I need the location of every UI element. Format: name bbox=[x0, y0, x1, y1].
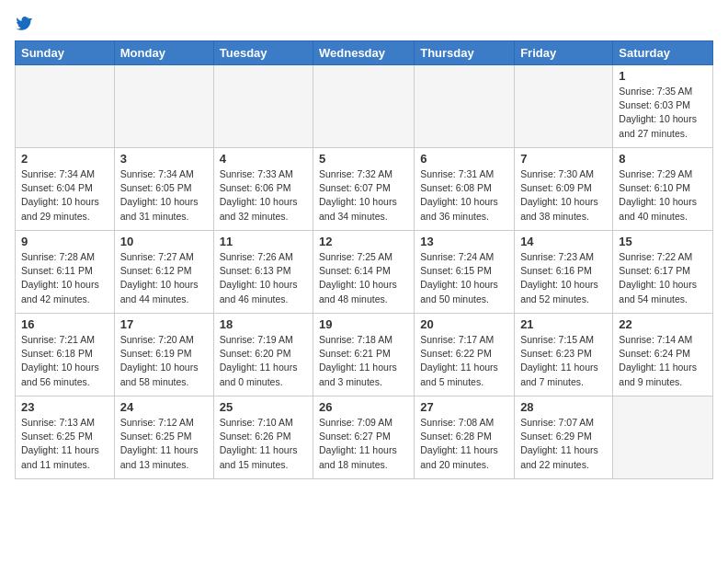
calendar-cell bbox=[313, 65, 415, 148]
calendar-cell: 3Sunrise: 7:34 AM Sunset: 6:05 PM Daylig… bbox=[114, 148, 213, 231]
calendar-cell: 1Sunrise: 7:35 AM Sunset: 6:03 PM Daylig… bbox=[613, 65, 713, 148]
day-info: Sunrise: 7:10 AM Sunset: 6:26 PM Dayligh… bbox=[220, 416, 307, 472]
calendar-cell: 23Sunrise: 7:13 AM Sunset: 6:25 PM Dayli… bbox=[16, 396, 115, 479]
day-number: 25 bbox=[220, 400, 307, 414]
calendar-cell: 5Sunrise: 7:32 AM Sunset: 6:07 PM Daylig… bbox=[313, 148, 415, 231]
day-number: 16 bbox=[21, 317, 108, 331]
day-info: Sunrise: 7:29 AM Sunset: 6:10 PM Dayligh… bbox=[619, 167, 707, 224]
day-number: 2 bbox=[21, 152, 108, 166]
day-info: Sunrise: 7:08 AM Sunset: 6:28 PM Dayligh… bbox=[420, 416, 508, 472]
calendar-body: 1Sunrise: 7:35 AM Sunset: 6:03 PM Daylig… bbox=[16, 65, 713, 479]
calendar-cell: 8Sunrise: 7:29 AM Sunset: 6:10 PM Daylig… bbox=[613, 148, 713, 231]
day-info: Sunrise: 7:33 AM Sunset: 6:06 PM Dayligh… bbox=[220, 167, 307, 224]
day-number: 10 bbox=[120, 235, 208, 248]
day-number: 3 bbox=[120, 152, 208, 166]
day-number: 28 bbox=[520, 400, 607, 414]
calendar-cell: 9Sunrise: 7:28 AM Sunset: 6:11 PM Daylig… bbox=[16, 231, 115, 314]
weekday-header-friday: Friday bbox=[515, 41, 613, 65]
calendar-cell: 25Sunrise: 7:10 AM Sunset: 6:26 PM Dayli… bbox=[213, 396, 313, 479]
calendar-table: SundayMondayTuesdayWednesdayThursdayFrid… bbox=[15, 40, 713, 479]
day-number: 14 bbox=[520, 235, 607, 248]
day-info: Sunrise: 7:35 AM Sunset: 6:03 PM Dayligh… bbox=[619, 85, 707, 141]
day-info: Sunrise: 7:14 AM Sunset: 6:24 PM Dayligh… bbox=[619, 333, 707, 389]
calendar-week-4: 16Sunrise: 7:21 AM Sunset: 6:18 PM Dayli… bbox=[16, 314, 713, 396]
calendar-cell bbox=[16, 65, 115, 148]
calendar-week-5: 23Sunrise: 7:13 AM Sunset: 6:25 PM Dayli… bbox=[16, 396, 713, 479]
day-info: Sunrise: 7:28 AM Sunset: 6:11 PM Dayligh… bbox=[21, 250, 108, 306]
day-info: Sunrise: 7:24 AM Sunset: 6:15 PM Dayligh… bbox=[420, 250, 508, 306]
calendar-cell: 15Sunrise: 7:22 AM Sunset: 6:17 PM Dayli… bbox=[613, 231, 713, 314]
calendar-week-1: 1Sunrise: 7:35 AM Sunset: 6:03 PM Daylig… bbox=[16, 65, 713, 148]
day-number: 1 bbox=[619, 69, 707, 83]
day-number: 20 bbox=[420, 317, 508, 331]
calendar-cell: 22Sunrise: 7:14 AM Sunset: 6:24 PM Dayli… bbox=[613, 314, 713, 396]
calendar-cell bbox=[213, 65, 313, 148]
calendar-cell: 26Sunrise: 7:09 AM Sunset: 6:27 PM Dayli… bbox=[313, 396, 415, 479]
day-info: Sunrise: 7:26 AM Sunset: 6:13 PM Dayligh… bbox=[220, 250, 307, 306]
day-number: 5 bbox=[319, 152, 408, 166]
day-info: Sunrise: 7:18 AM Sunset: 6:21 PM Dayligh… bbox=[319, 333, 408, 389]
weekday-header-sunday: Sunday bbox=[16, 41, 115, 65]
calendar-week-3: 9Sunrise: 7:28 AM Sunset: 6:11 PM Daylig… bbox=[16, 231, 713, 314]
weekday-header-row: SundayMondayTuesdayWednesdayThursdayFrid… bbox=[16, 41, 713, 65]
weekday-header-saturday: Saturday bbox=[613, 41, 713, 65]
calendar-cell: 12Sunrise: 7:25 AM Sunset: 6:14 PM Dayli… bbox=[313, 231, 415, 314]
calendar-cell: 18Sunrise: 7:19 AM Sunset: 6:20 PM Dayli… bbox=[213, 314, 313, 396]
day-number: 13 bbox=[420, 235, 508, 248]
day-info: Sunrise: 7:25 AM Sunset: 6:14 PM Dayligh… bbox=[319, 250, 408, 306]
day-number: 7 bbox=[520, 152, 607, 166]
day-number: 11 bbox=[220, 235, 307, 248]
calendar-cell: 10Sunrise: 7:27 AM Sunset: 6:12 PM Dayli… bbox=[114, 231, 213, 314]
day-number: 21 bbox=[520, 317, 607, 331]
calendar-cell: 7Sunrise: 7:30 AM Sunset: 6:09 PM Daylig… bbox=[515, 148, 613, 231]
day-info: Sunrise: 7:31 AM Sunset: 6:08 PM Dayligh… bbox=[420, 167, 508, 224]
calendar-cell: 13Sunrise: 7:24 AM Sunset: 6:15 PM Dayli… bbox=[415, 231, 515, 314]
day-number: 12 bbox=[319, 235, 408, 248]
calendar-cell: 27Sunrise: 7:08 AM Sunset: 6:28 PM Dayli… bbox=[415, 396, 515, 479]
day-info: Sunrise: 7:17 AM Sunset: 6:22 PM Dayligh… bbox=[420, 333, 508, 389]
calendar-cell: 2Sunrise: 7:34 AM Sunset: 6:04 PM Daylig… bbox=[16, 148, 115, 231]
logo-bird-icon bbox=[17, 15, 33, 31]
day-number: 26 bbox=[319, 400, 408, 414]
day-info: Sunrise: 7:30 AM Sunset: 6:09 PM Dayligh… bbox=[520, 167, 607, 224]
day-number: 23 bbox=[21, 400, 108, 414]
day-number: 15 bbox=[619, 235, 707, 248]
day-info: Sunrise: 7:34 AM Sunset: 6:04 PM Dayligh… bbox=[21, 167, 108, 224]
day-info: Sunrise: 7:22 AM Sunset: 6:17 PM Dayligh… bbox=[619, 250, 707, 306]
day-number: 27 bbox=[420, 400, 508, 414]
calendar-cell bbox=[515, 65, 613, 148]
calendar-cell: 6Sunrise: 7:31 AM Sunset: 6:08 PM Daylig… bbox=[415, 148, 515, 231]
calendar-cell: 4Sunrise: 7:33 AM Sunset: 6:06 PM Daylig… bbox=[213, 148, 313, 231]
day-info: Sunrise: 7:32 AM Sunset: 6:07 PM Dayligh… bbox=[319, 167, 408, 224]
calendar-cell: 24Sunrise: 7:12 AM Sunset: 6:25 PM Dayli… bbox=[114, 396, 213, 479]
calendar-cell: 28Sunrise: 7:07 AM Sunset: 6:29 PM Dayli… bbox=[515, 396, 613, 479]
day-number: 6 bbox=[420, 152, 508, 166]
calendar-cell: 16Sunrise: 7:21 AM Sunset: 6:18 PM Dayli… bbox=[16, 314, 115, 396]
day-number: 17 bbox=[120, 317, 208, 331]
day-info: Sunrise: 7:13 AM Sunset: 6:25 PM Dayligh… bbox=[21, 416, 108, 472]
calendar-cell: 11Sunrise: 7:26 AM Sunset: 6:13 PM Dayli… bbox=[213, 231, 313, 314]
weekday-header-monday: Monday bbox=[114, 41, 213, 65]
day-number: 19 bbox=[319, 317, 408, 331]
calendar-week-2: 2Sunrise: 7:34 AM Sunset: 6:04 PM Daylig… bbox=[16, 148, 713, 231]
calendar-cell: 19Sunrise: 7:18 AM Sunset: 6:21 PM Dayli… bbox=[313, 314, 415, 396]
day-number: 4 bbox=[220, 152, 307, 166]
calendar-cell: 17Sunrise: 7:20 AM Sunset: 6:19 PM Dayli… bbox=[114, 314, 213, 396]
page-header bbox=[15, 15, 713, 31]
calendar-cell: 14Sunrise: 7:23 AM Sunset: 6:16 PM Dayli… bbox=[515, 231, 613, 314]
calendar-cell bbox=[613, 396, 713, 479]
day-info: Sunrise: 7:07 AM Sunset: 6:29 PM Dayligh… bbox=[520, 416, 607, 472]
day-number: 9 bbox=[21, 235, 108, 248]
day-info: Sunrise: 7:21 AM Sunset: 6:18 PM Dayligh… bbox=[21, 333, 108, 389]
day-info: Sunrise: 7:20 AM Sunset: 6:19 PM Dayligh… bbox=[120, 333, 208, 389]
weekday-header-wednesday: Wednesday bbox=[313, 41, 415, 65]
weekday-header-tuesday: Tuesday bbox=[213, 41, 313, 65]
day-info: Sunrise: 7:19 AM Sunset: 6:20 PM Dayligh… bbox=[220, 333, 307, 389]
day-number: 8 bbox=[619, 152, 707, 166]
calendar-cell bbox=[415, 65, 515, 148]
day-info: Sunrise: 7:27 AM Sunset: 6:12 PM Dayligh… bbox=[120, 250, 208, 306]
day-number: 22 bbox=[619, 317, 707, 331]
day-number: 24 bbox=[120, 400, 208, 414]
day-info: Sunrise: 7:09 AM Sunset: 6:27 PM Dayligh… bbox=[319, 416, 408, 472]
day-number: 18 bbox=[220, 317, 307, 331]
